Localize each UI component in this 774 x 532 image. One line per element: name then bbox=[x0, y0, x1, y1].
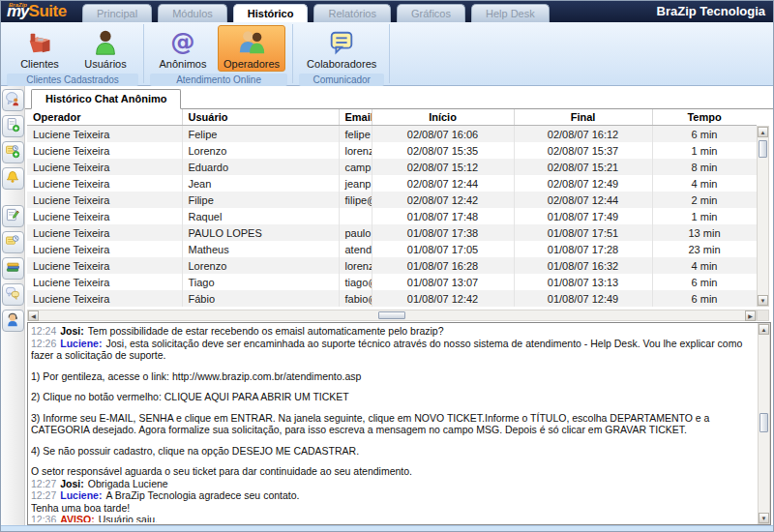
table-row[interactable]: Luciene TeixeiraFilipefilipe@02/08/07 12… bbox=[27, 192, 757, 208]
table-h-scrollbar[interactable]: ◀ ▶ bbox=[27, 310, 757, 321]
cell-usuario: PAULO LOPES bbox=[182, 224, 339, 241]
column-header-final[interactable]: Final bbox=[514, 109, 652, 126]
cell-inicio: 02/08/07 15:12 bbox=[372, 159, 514, 175]
chat-scrollbar-thumb[interactable] bbox=[759, 413, 768, 432]
operadores-button[interactable]: Operadores bbox=[218, 25, 285, 72]
sidebar-button-new-task[interactable] bbox=[2, 141, 24, 163]
cell-email: felipe bbox=[339, 126, 372, 143]
chat-line: O setor responsável aguarda o seu ticket… bbox=[31, 465, 755, 478]
table-row[interactable]: Luciene TeixeiraJeanjeanp02/08/07 12:440… bbox=[27, 175, 757, 192]
sidebar-divider bbox=[1, 193, 24, 202]
sidebar-button-new-note[interactable] bbox=[2, 115, 24, 137]
tab-modulos[interactable]: Módulos bbox=[158, 4, 227, 22]
cell-email: atend bbox=[339, 241, 372, 257]
sidebar-button-operator-headset[interactable] bbox=[2, 310, 24, 332]
column-header-usuario[interactable]: Usuário bbox=[182, 109, 339, 126]
chat-line: 3) Informe seu E-MAIL, SENHA e clique em… bbox=[31, 412, 755, 436]
chat-timestamp: 12:36 bbox=[31, 514, 56, 522]
chat-scrollbar[interactable]: ▲ ▼ bbox=[758, 323, 770, 524]
chat-scroll-up-button[interactable]: ▲ bbox=[759, 324, 769, 335]
sidebar-button-task-clock[interactable] bbox=[2, 231, 24, 253]
tab-graficos[interactable]: Gráficos bbox=[397, 4, 465, 22]
column-header-tempo[interactable]: Tempo bbox=[652, 109, 757, 126]
sidebar-button-bell[interactable] bbox=[2, 167, 24, 190]
column-header-operador[interactable]: Operador bbox=[27, 109, 182, 126]
table-row[interactable]: Luciene TeixeiraFelipefelipe02/08/07 16:… bbox=[27, 126, 757, 143]
books-icon bbox=[5, 259, 20, 279]
left-sidebar bbox=[1, 86, 25, 525]
chat-scroll-down-button[interactable]: ▼ bbox=[759, 513, 769, 523]
table-row[interactable]: Luciene TeixeiraTiagotiago@01/08/07 13:0… bbox=[27, 274, 757, 290]
scrollbar-corner bbox=[757, 310, 769, 321]
cell-tempo: 8 min bbox=[652, 159, 757, 175]
chat-text: Tem possibilidade de estar recebendo os … bbox=[88, 325, 444, 337]
table-row[interactable]: Luciene TeixeiraPAULO LOPESpaulo01/08/07… bbox=[27, 224, 757, 241]
cell-tempo: 23 min bbox=[652, 241, 757, 257]
cell-email: filipe@ bbox=[339, 192, 372, 208]
tab-historico-chat-anonimo[interactable]: Histórico Chat Anônimo bbox=[31, 89, 181, 109]
document-tab-row: Histórico Chat Anônimo bbox=[25, 86, 773, 109]
toolbar-button-label: Colaboradores bbox=[307, 58, 376, 70]
history-table: OperadorUsuárioEmailInícioFinalTempo Luc… bbox=[27, 109, 757, 307]
table-scroll-up-button[interactable]: ▲ bbox=[758, 127, 768, 137]
table-scroll-left-button[interactable]: ◀ bbox=[28, 310, 39, 321]
cell-tempo: 6 min bbox=[652, 126, 757, 143]
toolbar-buttons-row: ClientesUsuários bbox=[7, 24, 138, 73]
sidebar-button-edit-note[interactable] bbox=[2, 205, 24, 227]
chat-text: 3) Informe seu E-MAIL, SENHA e clique em… bbox=[31, 412, 709, 436]
chat-text: 4) Se não possuir cadastro, clique na op… bbox=[31, 445, 359, 457]
cell-inicio: 01/08/07 17:38 bbox=[372, 224, 514, 241]
nav-tabs: PrincipalMódulosHistóricoRelatóriosGráfi… bbox=[82, 4, 555, 22]
cell-usuario: Filipe bbox=[182, 192, 339, 208]
sidebar-button-chat-user[interactable] bbox=[2, 89, 24, 111]
chat-text: Usuário saiu. bbox=[99, 514, 158, 522]
table-row[interactable]: Luciene TeixeiraFábiofabio@01/08/07 12:4… bbox=[27, 290, 757, 307]
column-header-email[interactable]: Email bbox=[339, 109, 372, 126]
cell-tempo: 6 min bbox=[652, 290, 757, 307]
tab-principal[interactable]: Principal bbox=[82, 4, 152, 22]
tab-historico[interactable]: Histórico bbox=[233, 4, 309, 22]
toolbar-group-label: Comunicador bbox=[299, 74, 384, 86]
cell-inicio: 01/08/07 13:07 bbox=[372, 274, 514, 290]
column-header-inicio[interactable]: Início bbox=[372, 109, 514, 126]
clientes-button[interactable]: Clientes bbox=[9, 25, 71, 72]
table-row[interactable]: Luciene TeixeiraRaquel01/08/07 17:4801/0… bbox=[27, 208, 757, 224]
cell-operador: Luciene Teixeira bbox=[27, 175, 182, 192]
cell-final: 02/08/07 15:37 bbox=[514, 142, 652, 159]
table-h-scrollbar-thumb[interactable] bbox=[378, 311, 405, 319]
toolbar-button-label: Usuários bbox=[84, 58, 126, 70]
sidebar-button-chat-bubbles[interactable] bbox=[2, 283, 24, 306]
table-scrollbar[interactable]: ▲ ▼ bbox=[757, 126, 769, 307]
table-scrollbar-thumb[interactable] bbox=[759, 140, 767, 158]
table-scroll-down-button[interactable]: ▼ bbox=[758, 295, 768, 306]
cell-final: 01/08/07 13:13 bbox=[514, 274, 652, 290]
sidebar-button-books[interactable] bbox=[2, 257, 24, 280]
chat-timestamp: 12:26 bbox=[31, 338, 56, 349]
table-row[interactable]: Luciene TeixeiraLorenzolorenz02/08/07 15… bbox=[27, 142, 757, 159]
chat-sender: Josi: bbox=[60, 325, 84, 337]
cell-operador: Luciene Teixeira bbox=[27, 257, 182, 274]
tab-relatorios[interactable]: Relatórios bbox=[313, 4, 391, 22]
cell-usuario: Eduardo bbox=[182, 159, 339, 175]
company-name: BraZip Tecnologia bbox=[657, 1, 765, 22]
usuarios-button[interactable]: Usuários bbox=[74, 25, 136, 72]
toolbar-group-label: Atendimento Online bbox=[150, 74, 287, 86]
tab-help-desk[interactable]: Help Desk bbox=[471, 4, 550, 22]
chat-transcript-box: 12:24Josi:Tem possibilidade de estar rec… bbox=[27, 322, 771, 525]
cell-email: lorenz bbox=[339, 142, 372, 159]
chat-line: 12:27Luciene:A BraZip Tecnologia agradec… bbox=[31, 489, 755, 502]
bottom-status-strip bbox=[1, 525, 773, 531]
logo-suite: Suite bbox=[29, 2, 67, 20]
chat-timestamp: 12:27 bbox=[31, 478, 56, 489]
cell-final: 02/08/07 15:21 bbox=[514, 159, 652, 175]
app-window: BraZipmySuite PrincipalMódulosHistóricoR… bbox=[0, 0, 774, 532]
colaboradores-button[interactable]: Colaboradores bbox=[301, 25, 382, 72]
table-row[interactable]: Luciene TeixeiraMatheusatend01/08/07 17:… bbox=[27, 241, 757, 257]
cell-operador: Luciene Teixeira bbox=[27, 241, 182, 257]
cell-operador: Luciene Teixeira bbox=[27, 192, 182, 208]
table-row[interactable]: Luciene TeixeiraEduardocamp02/08/07 15:1… bbox=[27, 159, 757, 175]
anonimos-button[interactable]: @Anônimos bbox=[152, 25, 214, 72]
cell-final: 02/08/07 12:49 bbox=[514, 175, 652, 192]
table-scroll-right-button[interactable]: ▶ bbox=[745, 310, 756, 321]
table-row[interactable]: Luciene TeixeiraLorenzolorenz01/08/07 16… bbox=[27, 257, 757, 274]
